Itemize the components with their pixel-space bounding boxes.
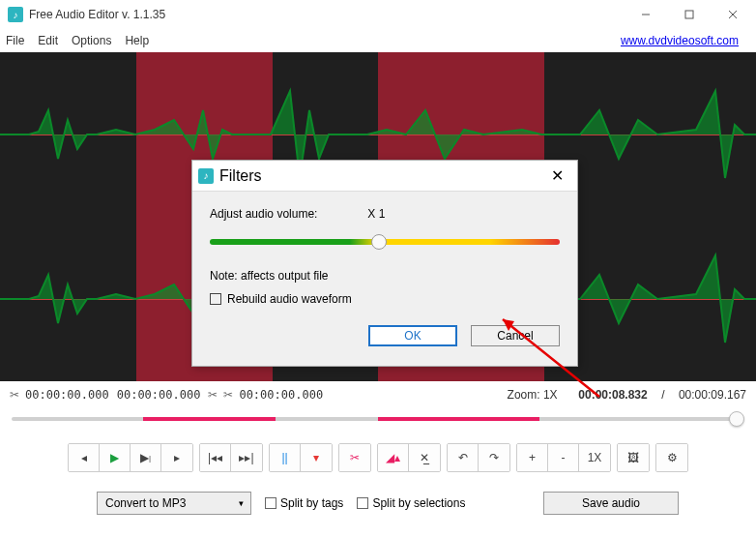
checkbox-icon: [210, 293, 221, 305]
mark-in-button[interactable]: ||: [270, 444, 301, 471]
menubar: File Edit Options Help www.dvdvideosoft.…: [0, 29, 756, 52]
menu-options[interactable]: Options: [72, 34, 111, 47]
split-by-tags-label: Split by tags: [280, 496, 343, 510]
filters-dialog: ♪ Filters ✕ Adjust audio volume: X 1 Not…: [191, 160, 578, 367]
current-time: 00:00:08.832: [578, 388, 647, 402]
zoom-reset-button[interactable]: 1X: [579, 444, 610, 471]
split-by-selections-label: Split by selections: [372, 496, 465, 510]
zoom-group: + - 1X: [516, 443, 611, 472]
seekbar-segment: [378, 417, 539, 421]
maximize-button[interactable]: [667, 0, 711, 29]
undo-group: ↶ ↷: [447, 443, 510, 472]
prev-frame-button[interactable]: ◂: [69, 444, 100, 471]
next-frame-button[interactable]: ▸: [161, 444, 192, 471]
split-by-tags-checkbox[interactable]: Split by tags: [265, 496, 343, 510]
filters-group: ⚙: [655, 443, 688, 472]
scissors-icon: ✂: [223, 388, 233, 402]
playback-group: ◂ ▶ ▶| ▸: [68, 443, 193, 472]
cut-start-time: 00:00:00.000: [239, 388, 323, 402]
scissors-icon: ✂: [10, 388, 19, 402]
close-button[interactable]: [711, 0, 754, 29]
checkbox-icon: [357, 497, 368, 509]
dialog-icon: ♪: [198, 168, 214, 184]
skip-fwd-button[interactable]: ▸▸|: [231, 444, 262, 471]
volume-slider-thumb[interactable]: [371, 234, 387, 250]
seekbar-segment: [143, 417, 275, 421]
cut-button[interactable]: ✂: [339, 444, 370, 471]
dialog-buttons: OK Cancel: [210, 323, 560, 356]
trim-clear-button[interactable]: ✕̲: [409, 444, 440, 471]
convert-format-combo[interactable]: Convert to MP3: [97, 492, 251, 515]
redo-button[interactable]: ↷: [479, 444, 509, 471]
titlebar: ♪ Free Audio Editor v. 1.1.35: [0, 0, 756, 29]
svg-rect-1: [685, 11, 693, 18]
app-title: Free Audio Editor v. 1.1.35: [29, 8, 165, 21]
play-end-button[interactable]: ▶|: [131, 444, 161, 471]
adjust-volume-value: X 1: [367, 207, 385, 221]
time-separator: /: [661, 388, 664, 402]
total-time: 00:00:09.167: [679, 388, 746, 402]
adjust-volume-label: Adjust audio volume:: [210, 207, 364, 221]
rebuild-waveform-label: Rebuild audio waveform: [227, 292, 352, 306]
minimize-button[interactable]: [624, 0, 667, 29]
website-link[interactable]: www.dvdvideosoft.com: [621, 34, 739, 47]
cancel-button[interactable]: Cancel: [471, 325, 560, 346]
menu-file[interactable]: File: [6, 34, 24, 47]
skip-group: |◂◂ ▸▸|: [199, 443, 263, 472]
toolbar: ◂ ▶ ▶| ▸ |◂◂ ▸▸| || ▾ ✂ ◢▴ ✕̲ ↶ ↷ + - 1X…: [0, 433, 756, 482]
zoom-label: Zoom: 1X: [508, 388, 558, 402]
marker-group: || ▾: [269, 443, 333, 472]
bottom-row: Convert to MP3 Split by tags Split by se…: [0, 482, 756, 524]
convert-format-label: Convert to MP3: [105, 496, 186, 510]
skip-back-button[interactable]: |◂◂: [200, 444, 231, 471]
zoom-in-button[interactable]: +: [517, 444, 548, 471]
zoom-readout: Zoom: 1X 00:00:08.832 / 00:00:09.167: [508, 388, 746, 402]
cut-group: ✂: [338, 443, 371, 472]
ok-button[interactable]: OK: [368, 325, 457, 346]
trim-group: ◢▴ ✕̲: [377, 443, 441, 472]
dialog-header[interactable]: ♪ Filters ✕: [192, 161, 577, 192]
trim-left-button[interactable]: ◢▴: [378, 444, 409, 471]
window-buttons: [624, 0, 754, 29]
menu-edit[interactable]: Edit: [38, 34, 58, 47]
selection-end-time: 00:00:00.000: [117, 388, 201, 402]
undo-button[interactable]: ↶: [448, 444, 479, 471]
dialog-note: Note: affects output file: [210, 269, 560, 283]
seekbar-thumb[interactable]: [729, 411, 744, 427]
seekbar[interactable]: [12, 408, 744, 430]
app-icon: ♪: [8, 7, 23, 22]
save-audio-button[interactable]: Save audio: [543, 492, 679, 515]
rebuild-waveform-checkbox[interactable]: Rebuild audio waveform: [210, 292, 560, 306]
filters-button[interactable]: ⚙: [656, 444, 687, 471]
scissors-icon: ✂: [208, 388, 218, 402]
volume-slider[interactable]: [210, 232, 560, 252]
time-row: ✂ 00:00:00.000 00:00:00.000 ✂ ✂ 00:00:00…: [0, 381, 756, 408]
save-audio-label: Save audio: [582, 496, 640, 510]
checkbox-icon: [265, 497, 276, 509]
menu-help[interactable]: Help: [125, 34, 149, 47]
split-by-selections-checkbox[interactable]: Split by selections: [357, 496, 465, 510]
tools-group: 🖼: [617, 443, 650, 472]
image-button[interactable]: 🖼: [618, 444, 649, 471]
zoom-out-button[interactable]: -: [548, 444, 579, 471]
play-button[interactable]: ▶: [100, 444, 131, 471]
dialog-body: Adjust audio volume: X 1 Note: affects o…: [192, 192, 577, 366]
dialog-title: Filters: [219, 167, 262, 185]
mark-set-button[interactable]: ▾: [301, 444, 332, 471]
dialog-close-button[interactable]: ✕: [542, 166, 571, 185]
selection-start-time: 00:00:00.000: [25, 388, 109, 402]
